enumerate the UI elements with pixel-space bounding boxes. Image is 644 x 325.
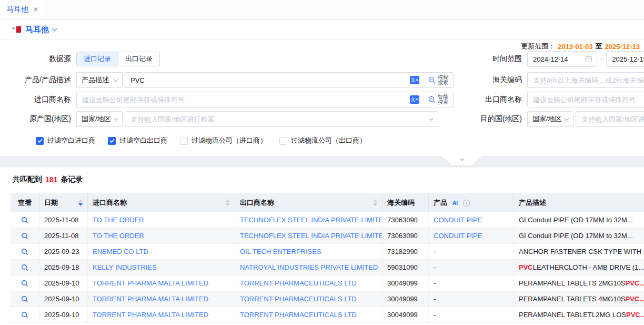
hs-code-input[interactable] — [528, 76, 644, 84]
importer-input[interactable] — [77, 96, 410, 104]
product-type-value: 产品描述 — [82, 75, 109, 85]
exporter-link[interactable]: TECHNOFLEX STEEL INDIA PRIVATE LIMITED — [240, 232, 383, 240]
tab-close-icon[interactable]: ✕ — [33, 6, 38, 13]
magnifier-icon — [428, 95, 436, 104]
description-cell: PVC LEATHERCLOTH - AMB DRIVE (1... — [514, 260, 644, 275]
origin-country-input[interactable] — [125, 115, 429, 123]
date-cell: 2025-09-18 — [39, 260, 88, 275]
destination-country-box — [576, 111, 644, 127]
destination-country-select[interactable]: 国家/地区 — [527, 111, 573, 127]
info-icon[interactable]: i — [463, 200, 470, 206]
date-cell: 2025-09-23 — [39, 244, 88, 259]
tab-import-records[interactable]: 进口记录 — [77, 52, 118, 66]
collapse-band — [0, 156, 644, 168]
origin-country-select[interactable]: 国家/地区 — [76, 111, 123, 127]
importer-link[interactable]: TORRENT PHARMA MALTA LIMITED — [93, 295, 208, 303]
product-type-select[interactable]: 产品描述 — [76, 72, 123, 88]
col-header-importer[interactable]: 进口商名称 — [88, 193, 235, 212]
date-range-separator: – — [600, 55, 603, 63]
data-source-label: 数据源 — [0, 54, 71, 64]
exporter-cell: TORRENT PHARMACEUTICALS LTD — [235, 307, 383, 322]
product-input[interactable] — [125, 76, 410, 84]
product-link[interactable]: CONDUIT PIPE — [434, 232, 482, 240]
date-start-input[interactable] — [528, 55, 585, 63]
col-header-product: 产品 AI i — [429, 193, 514, 212]
filter-checkbox[interactable]: 过滤空白出口商 — [108, 136, 167, 145]
date-cell: 2025-11-08 — [39, 212, 88, 228]
sort-icon[interactable] — [373, 200, 377, 206]
ai-badge: AI — [450, 200, 460, 206]
exporter-link[interactable]: TECHNOFLEX STEEL INDIA PRIVATE LIMITED — [240, 216, 383, 224]
malta-flag-icon — [12, 26, 21, 33]
collapse-chevron-down-icon — [460, 156, 464, 161]
translate-icon[interactable]: 文A — [410, 95, 419, 104]
sort-icon[interactable] — [78, 200, 83, 206]
view-detail-icon[interactable] — [21, 216, 28, 224]
product-search-box: 文A 模糊搜索 — [125, 72, 454, 88]
date-end-input[interactable] — [607, 55, 644, 63]
tab-export-records[interactable]: 出口记录 — [118, 52, 159, 66]
hs-code-box — [527, 72, 644, 88]
col-header-description: 产品描述 — [514, 193, 644, 212]
importer-link[interactable]: TO THE ORDER — [93, 232, 144, 240]
col-header-hs-code: 海关编码 — [383, 193, 429, 212]
exporter-link[interactable]: TORRENT PHARMACEUTICALS LTD — [240, 311, 357, 319]
filter-checkbox[interactable]: 过滤空白进口商 — [36, 136, 95, 145]
product-cell: - — [429, 275, 514, 291]
select-chevron-down-icon — [114, 77, 118, 82]
fuzzy-search-button[interactable]: 模糊搜索 — [428, 75, 453, 86]
exporter-input[interactable] — [528, 96, 644, 104]
importer-link[interactable]: KELLY INDUSTRIES — [93, 263, 157, 271]
exporter-link[interactable]: TORRENT PHARMACEUTICALS LTD — [240, 295, 357, 303]
view-detail-icon[interactable] — [21, 311, 28, 319]
view-detail-icon[interactable] — [21, 232, 28, 240]
description-text: PVC... — [626, 295, 644, 303]
country-chevron-down-icon[interactable] — [52, 26, 57, 31]
description-text: PVC... — [626, 311, 644, 319]
data-source-segmented: 进口记录 出口记录 — [76, 52, 160, 66]
time-range-label: 时间范围 — [474, 54, 522, 64]
checkbox-unchecked-icon[interactable] — [180, 137, 188, 145]
view-detail-icon[interactable] — [21, 264, 28, 271]
col-header-date[interactable]: 日期 — [39, 193, 88, 212]
importer-link[interactable]: TORRENT PHARMA MALTA LIMITED — [93, 311, 208, 319]
page-header: 马耳他 — [0, 19, 644, 40]
exporter-box — [527, 92, 644, 107]
exporter-link[interactable]: NATROYAL INDUSTRIES PRIVATE LIMITED — [240, 263, 378, 271]
importer-link[interactable]: TO THE ORDER — [93, 216, 144, 224]
table-row: 2025-11-08TO THE ORDERTECHNOFLEX STEEL I… — [11, 228, 644, 244]
destination-country-input[interactable] — [576, 115, 644, 123]
description-cell: PERAMPANEL TABLETS 4MG10S PVC... — [514, 291, 644, 307]
view-cell — [11, 275, 39, 291]
exporter-link[interactable]: OIL TECH ENTERPRISES — [240, 248, 321, 255]
filter-checkbox[interactable]: 过滤物流公司（出口商） — [279, 136, 366, 145]
smart-search-button[interactable]: 智能搜索 — [428, 94, 453, 105]
translate-icon[interactable]: 文A — [410, 76, 419, 84]
table-row: 2025-09-23ENEMED CO LTDOIL TECH ENTERPRI… — [11, 244, 644, 260]
checkbox-unchecked-icon[interactable] — [279, 137, 287, 145]
view-detail-icon[interactable] — [21, 296, 28, 303]
sort-icon[interactable] — [226, 200, 230, 206]
importer-link[interactable]: ENEMED CO LTD — [93, 248, 148, 255]
view-detail-icon[interactable] — [21, 280, 28, 287]
view-detail-icon[interactable] — [21, 248, 28, 255]
description-text: GI Conduit PIPE (OD 17MM to 32M... — [519, 232, 633, 240]
select-chevron-down-icon — [114, 116, 118, 121]
table-row: 2025-09-10TORRENT PHARMA MALTA LIMITEDTO… — [11, 291, 644, 307]
description-cell: ANCHOR FASTENER CSK TYPE WITH ... — [514, 244, 644, 259]
checkbox-checked-icon[interactable] — [108, 137, 116, 145]
tab-malta[interactable]: 马耳他 ✕ — [0, 0, 45, 19]
importer-link[interactable]: TORRENT PHARMA MALTA LIMITED — [93, 279, 208, 287]
table-header: 查看 日期 进口商名称 出口商名称 海关编码 产品 AI i — [11, 193, 644, 212]
exporter-link[interactable]: TORRENT PHARMACEUTICALS LTD — [240, 279, 357, 287]
checkbox-checked-icon[interactable] — [36, 137, 44, 145]
date-end-box — [606, 51, 644, 67]
product-link[interactable]: CONDUIT PIPE — [434, 216, 482, 224]
product-cell: CONDUIT PIPE — [429, 228, 514, 243]
col-header-exporter[interactable]: 出口商名称 — [235, 193, 383, 212]
checkbox-label: 过滤空白出口商 — [119, 136, 167, 145]
filter-checkbox[interactable]: 过滤物流公司（进口商） — [180, 136, 267, 145]
description-cell: GI Conduit PIPE (OD 17MM to 32M... — [514, 228, 644, 243]
collapse-toggle[interactable] — [441, 156, 482, 165]
product-cell: - — [429, 244, 514, 259]
